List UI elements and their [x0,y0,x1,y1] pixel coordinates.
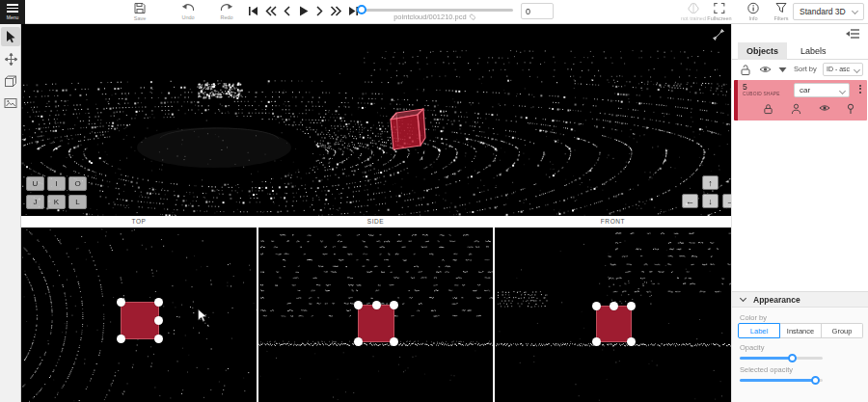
selected-opacity-slider[interactable] [740,375,823,385]
color-by-instance-button[interactable]: Instance [780,323,822,338]
key-k-button[interactable]: K [47,195,66,209]
resize-view-icon[interactable] [712,28,725,41]
collapse-sidebar-button[interactable] [846,28,860,40]
chevron-down-icon [839,88,846,94]
cursor-tool-button[interactable] [1,27,20,46]
object-item-5[interactable]: 5 CUBOID SHAPE car [734,80,867,121]
redo-icon [220,2,233,13]
filters-button[interactable]: Filters [774,2,789,21]
filter-icon [774,2,787,14]
resize-handle[interactable] [354,301,363,309]
image-icon [4,97,17,109]
color-by-group: Label Instance Group [738,323,863,338]
resize-handle[interactable] [592,302,601,310]
resize-handle[interactable] [154,335,163,343]
tab-labels[interactable]: Labels [792,42,835,60]
top-view[interactable] [21,228,257,402]
key-o-button[interactable]: O [68,176,87,191]
resize-handle[interactable] [117,298,125,307]
key-j-button[interactable]: J [26,195,44,209]
move-icon [5,53,17,66]
object-actions-menu-button[interactable] [856,83,864,94]
sort-by-label: Sort by [794,65,817,73]
eye-icon [819,103,830,113]
player-play-button[interactable] [297,5,310,17]
ai-tools-button[interactable]: not trained [681,2,706,21]
slider-handle[interactable] [811,376,820,385]
chevron-down-icon [740,295,746,302]
player-first-frame-button[interactable] [247,5,259,17]
lock-all-button[interactable] [740,64,751,76]
resize-handle[interactable] [390,301,398,309]
key-u-button[interactable]: U [26,176,44,191]
player-previous-button[interactable] [282,5,292,17]
object-hide-button[interactable] [819,103,830,113]
player-forward-button[interactable] [330,5,342,17]
rotate-handle[interactable] [610,302,618,310]
resize-handle[interactable] [627,337,636,346]
tab-objects[interactable]: Objects [738,42,787,60]
arrow-left-button[interactable]: ← [682,194,698,208]
resize-handle[interactable] [154,298,163,307]
tools-sidebar [0,24,21,402]
selected-cuboid-top[interactable] [121,302,159,339]
opacity-slider[interactable] [740,353,823,362]
info-icon [747,2,760,14]
side-view[interactable] [258,228,493,402]
undo-button[interactable]: Undo [181,2,195,20]
draw-cuboid-tool-button[interactable] [1,71,20,91]
photo-context-tool-button[interactable] [1,94,20,113]
caret-down-icon [778,67,787,73]
fullscreen-icon [714,2,726,14]
move-tool-button[interactable] [1,49,20,68]
resize-handle[interactable] [117,335,125,343]
perspective-pointcloud-canvas[interactable] [21,24,731,216]
workspace-select[interactable]: Standard 3D [793,3,864,20]
appearance-header[interactable]: Appearance [732,292,868,308]
expand-states-button[interactable] [778,67,787,73]
save-button[interactable]: Save [134,2,147,21]
info-button[interactable]: Info [747,2,760,21]
object-occluded-button[interactable] [791,103,801,115]
forward-icon [330,5,342,17]
perspective-view[interactable]: U I O J K L ↑ ← ↓ → [21,24,731,216]
rotate-handle[interactable] [154,316,163,325]
arrow-down-button[interactable]: ↓ [702,194,719,208]
hide-all-button[interactable] [759,65,772,74]
resize-handle[interactable] [627,302,636,310]
key-l-button[interactable]: L [68,195,87,209]
opacity-label: Opacity [740,343,764,352]
fullscreen-button[interactable]: Fullscreen [707,2,731,21]
object-label-select[interactable]: car [794,83,850,97]
selected-opacity-label: Selected opacity [740,365,793,374]
player-next-button[interactable] [314,5,325,17]
selected-cuboid-side[interactable] [358,305,394,342]
filename-label: pointcloud/001210.pcd [353,13,517,21]
color-by-label-button[interactable]: Label [738,323,780,338]
slider-handle[interactable] [788,354,797,362]
object-id: 5 [743,82,747,92]
resize-handle[interactable] [354,337,363,346]
backward-icon [264,5,277,17]
front-view[interactable] [495,228,731,402]
rotate-handle[interactable] [372,301,381,309]
key-i-button[interactable]: I [47,176,66,191]
resize-handle[interactable] [390,337,398,346]
selected-cuboid-3d[interactable] [384,105,426,151]
frame-number-input[interactable] [521,3,554,19]
seek-rail [357,9,513,12]
menu-button[interactable]: Menu [0,0,25,24]
arrow-up-button[interactable]: ↑ [702,175,719,190]
color-by-group-button[interactable]: Group [822,323,863,338]
color-by-label: Color by [740,313,767,322]
sort-select[interactable]: ID - asc [823,63,863,76]
person-icon [791,103,801,115]
selected-cuboid-front[interactable] [596,306,632,342]
brain-icon [687,2,700,14]
object-lock-button[interactable] [763,103,773,115]
object-pin-button[interactable] [846,103,855,115]
resize-handle[interactable] [592,337,601,346]
objects-toolbar: Sort by ID - asc [732,63,868,78]
player-backward-button[interactable] [264,5,277,17]
redo-button[interactable]: Redo [220,2,233,20]
